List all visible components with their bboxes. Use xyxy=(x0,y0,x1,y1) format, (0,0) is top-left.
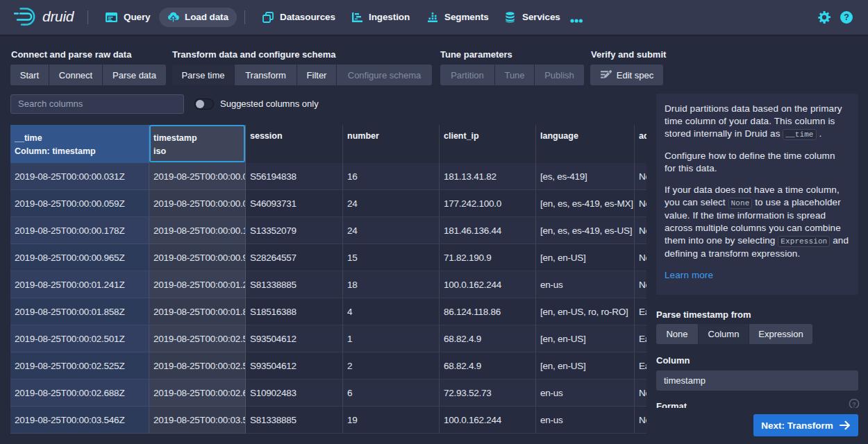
svg-text:?: ? xyxy=(844,12,849,22)
svg-text:?: ? xyxy=(852,400,856,408)
